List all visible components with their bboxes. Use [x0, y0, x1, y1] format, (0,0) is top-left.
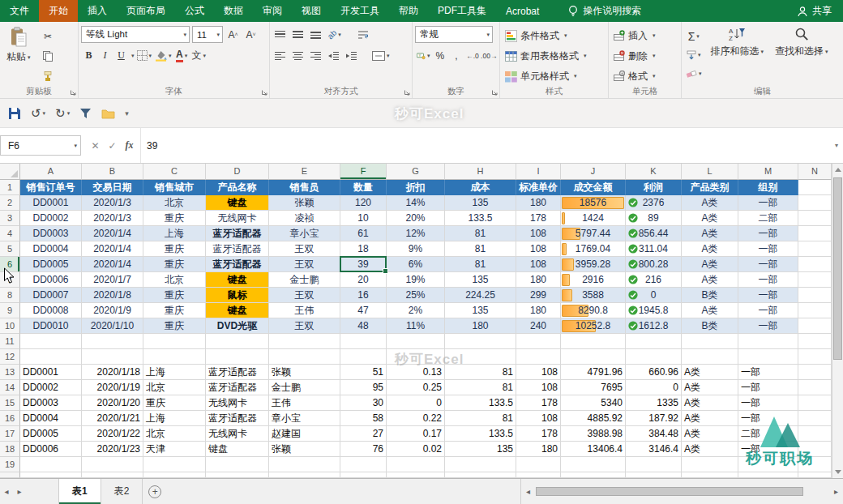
- decrease-indent-button[interactable]: [326, 47, 341, 64]
- cell-I13[interactable]: 108: [516, 365, 561, 380]
- cell-I7[interactable]: 180: [516, 272, 561, 288]
- cell-B11[interactable]: [82, 334, 143, 349]
- decrease-font-size-button[interactable]: A˅: [243, 26, 259, 43]
- row-header-17[interactable]: 17: [0, 426, 20, 442]
- formula-input[interactable]: 39: [141, 128, 830, 163]
- font-color-button[interactable]: A▾: [174, 47, 190, 64]
- cell-F13[interactable]: 51: [340, 365, 387, 380]
- cell-H15[interactable]: 133.5: [445, 395, 516, 411]
- cell-C14[interactable]: 北京: [143, 380, 206, 395]
- cell-C3[interactable]: 重庆: [143, 211, 206, 226]
- menu-tab-帮助[interactable]: 帮助: [389, 0, 428, 22]
- cell-A3[interactable]: DD0002: [20, 211, 82, 226]
- increase-decimal-button[interactable]: ←.0: [464, 47, 480, 64]
- cell-K7[interactable]: 216: [626, 272, 682, 288]
- row-header-3[interactable]: 3: [0, 211, 20, 226]
- format-as-table-button[interactable]: 套用表格格式▾: [503, 46, 606, 66]
- cell-D17[interactable]: 无线网卡: [206, 426, 269, 442]
- confirm-entry-button[interactable]: ✓: [104, 140, 121, 152]
- cell-H3[interactable]: 133.5: [445, 211, 516, 226]
- cell-J4[interactable]: 5797.44: [561, 226, 626, 241]
- menu-tab-公式[interactable]: 公式: [175, 0, 214, 22]
- cell-E11[interactable]: [269, 334, 340, 349]
- cell-K4[interactable]: 856.44: [626, 226, 682, 241]
- cell-C2[interactable]: 北京: [143, 195, 206, 211]
- cell-H12[interactable]: [445, 349, 516, 365]
- new-sheet-button[interactable]: +: [143, 479, 167, 504]
- cell-G7[interactable]: 19%: [387, 272, 445, 288]
- cell-B9[interactable]: 2020/1/9: [82, 303, 143, 318]
- cell-C1[interactable]: 销售城市: [143, 180, 206, 195]
- cell-N1[interactable]: [798, 180, 832, 195]
- wrap-text-button[interactable]: [356, 26, 371, 43]
- cell-E15[interactable]: 王伟: [269, 395, 340, 411]
- cell-K18[interactable]: 3146.4: [626, 442, 682, 457]
- cell-I2[interactable]: 180: [516, 195, 561, 211]
- cell-L13[interactable]: A类: [682, 365, 738, 380]
- cell-N4[interactable]: [798, 226, 832, 241]
- sheet-tab-表1[interactable]: 表1: [58, 479, 101, 504]
- cell-E18[interactable]: 张颖: [269, 442, 340, 457]
- cell-I10[interactable]: 240: [516, 318, 561, 334]
- row-header-7[interactable]: 7: [0, 272, 20, 288]
- cell-B19[interactable]: [82, 457, 143, 472]
- cell-L6[interactable]: A类: [682, 257, 738, 272]
- cell-K14[interactable]: 0: [626, 380, 682, 395]
- cell-N9[interactable]: [798, 303, 832, 318]
- font-size-select[interactable]: 11▾: [192, 26, 223, 43]
- cell-E13[interactable]: 张颖: [269, 365, 340, 380]
- column-header-J[interactable]: J: [561, 164, 626, 180]
- column-header-F[interactable]: F: [340, 164, 387, 180]
- save-button[interactable]: [8, 107, 21, 120]
- row-header-5[interactable]: 5: [0, 241, 20, 257]
- cell-M7[interactable]: 一部: [738, 272, 798, 288]
- cell-K17[interactable]: 384.48: [626, 426, 682, 442]
- cell-B7[interactable]: 2020/1/7: [82, 272, 143, 288]
- cell-J20[interactable]: [561, 472, 626, 478]
- cell-G18[interactable]: 0.02: [387, 442, 445, 457]
- cell-J13[interactable]: 4791.96: [561, 365, 626, 380]
- menu-tab-PDF工具集[interactable]: PDF工具集: [428, 0, 496, 22]
- sheet-nav-left-button[interactable]: ◂: [0, 479, 13, 504]
- cell-H2[interactable]: 135: [445, 195, 516, 211]
- cell-I3[interactable]: 178: [516, 211, 561, 226]
- cell-J17[interactable]: 3988.98: [561, 426, 626, 442]
- cell-J6[interactable]: 3959.28: [561, 257, 626, 272]
- cell-F19[interactable]: [340, 457, 387, 472]
- cell-M11[interactable]: [738, 334, 798, 349]
- cell-L9[interactable]: A类: [682, 303, 738, 318]
- vertical-scrollbar[interactable]: [832, 164, 843, 478]
- accounting-format-button[interactable]: ¥▾: [415, 47, 431, 64]
- cell-B15[interactable]: 2020/1/20: [82, 395, 143, 411]
- cell-H8[interactable]: 224.25: [445, 288, 516, 303]
- number-dialog-launcher[interactable]: [491, 89, 498, 96]
- cell-J16[interactable]: 4885.92: [561, 411, 626, 426]
- cell-I11[interactable]: [516, 334, 561, 349]
- cell-E10[interactable]: 王双: [269, 318, 340, 334]
- cell-L19[interactable]: [682, 457, 738, 472]
- cell-N10[interactable]: [798, 318, 832, 334]
- cell-D16[interactable]: 蓝牙适配器: [206, 411, 269, 426]
- cell-G13[interactable]: 0.13: [387, 365, 445, 380]
- name-box[interactable]: F6▾: [0, 135, 81, 156]
- cell-F7[interactable]: 20: [340, 272, 387, 288]
- cell-I1[interactable]: 标准单价: [516, 180, 561, 195]
- cell-I4[interactable]: 108: [516, 226, 561, 241]
- cell-E5[interactable]: 王双: [269, 241, 340, 257]
- phonetic-guide-button[interactable]: 文▾: [190, 47, 208, 64]
- column-header-M[interactable]: M: [738, 164, 798, 180]
- cell-M4[interactable]: 一部: [738, 226, 798, 241]
- cell-G14[interactable]: 0.25: [387, 380, 445, 395]
- cell-G8[interactable]: 25%: [387, 288, 445, 303]
- cell-B16[interactable]: 2020/1/21: [82, 411, 143, 426]
- cell-I17[interactable]: 178: [516, 426, 561, 442]
- find-select-button[interactable]: 查找和选择▾: [771, 24, 832, 82]
- cell-H11[interactable]: [445, 334, 516, 349]
- cell-J5[interactable]: 1769.04: [561, 241, 626, 257]
- column-header-K[interactable]: K: [626, 164, 682, 180]
- format-cells-button[interactable]: 格式▾: [611, 66, 678, 86]
- cell-M8[interactable]: 一部: [738, 288, 798, 303]
- cell-I12[interactable]: [516, 349, 561, 365]
- cell-D13[interactable]: 蓝牙适配器: [206, 365, 269, 380]
- cell-D5[interactable]: 蓝牙适配器: [206, 241, 269, 257]
